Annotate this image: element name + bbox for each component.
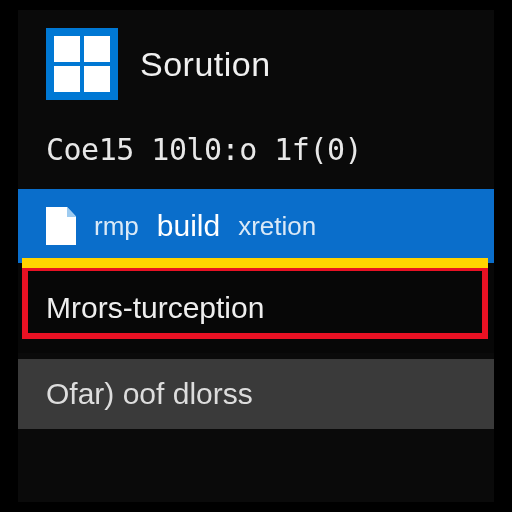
error-row[interactable]: Mrors-turception — [18, 263, 494, 353]
build-label: build — [157, 209, 220, 243]
status-row[interactable]: Ofar) oof dlorss — [18, 359, 494, 429]
panel-title: Sorution — [140, 45, 271, 84]
document-icon — [46, 207, 76, 245]
error-label: Mrors-turception — [46, 291, 264, 325]
status-label: Ofar) oof dlorss — [46, 377, 253, 411]
build-section-row[interactable]: rmp build xretion — [18, 189, 494, 263]
warning-strip-icon — [22, 258, 488, 268]
build-prefix: rmp — [94, 211, 139, 242]
code-identifier-line: Coe15 10l0:o 1f(0) — [18, 132, 494, 167]
windows-logo-icon — [46, 28, 118, 100]
solution-panel: Sorution Coe15 10l0:o 1f(0) rmp build xr… — [18, 10, 494, 502]
panel-header: Sorution — [18, 28, 494, 100]
build-secondary-label: xretion — [238, 211, 316, 242]
